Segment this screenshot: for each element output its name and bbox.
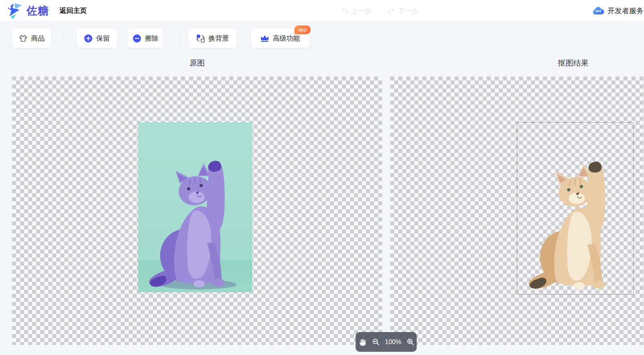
toolbar-divider (64, 31, 64, 45)
crown-icon (260, 35, 269, 42)
original-image[interactable] (138, 122, 252, 292)
developer-services-link[interactable]: API 开发者服务 (592, 0, 644, 22)
original-panel-label: 原图 (12, 58, 382, 68)
zoom-toolbar: 100% (356, 332, 417, 352)
result-cat-image (517, 123, 633, 294)
hand-pan-icon (358, 338, 367, 347)
tshirt-icon (19, 35, 27, 42)
minus-circle-icon (133, 34, 141, 43)
zoom-in-button[interactable] (407, 338, 414, 346)
app-header: 佐糖 返回主页 上一步 下一步 API 开发者服务 (0, 0, 644, 22)
app-badge: app (294, 25, 311, 34)
zoom-out-icon (372, 338, 380, 346)
change-background-label: 换背景 (208, 34, 229, 43)
erase-brush-label: 擦除 (145, 34, 158, 43)
api-badge-text: API (595, 9, 601, 13)
cutout-result-image (517, 122, 634, 295)
original-cat-image-masked (138, 122, 252, 292)
keep-brush-label: 保留 (96, 34, 110, 43)
api-cloud-icon: API (592, 6, 605, 15)
change-background-button[interactable]: 换背景 (188, 29, 237, 48)
pan-tool-button[interactable] (358, 338, 367, 347)
keep-brush-button[interactable]: 保留 (76, 29, 117, 48)
plus-circle-icon (84, 34, 93, 43)
advanced-features-button[interactable]: 高级功能 app (251, 29, 309, 48)
redo-button[interactable]: 下一步 (388, 6, 418, 16)
erase-brush-button[interactable]: 擦除 (128, 29, 163, 48)
original-canvas-panel[interactable] (12, 76, 382, 345)
history-controls: 上一步 下一步 (341, 0, 418, 22)
advanced-features-label: 高级功能 (273, 34, 300, 43)
result-panel-label: 抠图结果 (390, 58, 644, 68)
product-mode-label: 商品 (31, 34, 45, 43)
logo-mark-icon (6, 2, 23, 19)
toolbar-divider (179, 31, 180, 45)
undo-arrow-icon (341, 7, 348, 14)
zoom-out-button[interactable] (372, 338, 380, 346)
zoom-level-value: 100% (385, 338, 401, 346)
undo-button[interactable]: 上一步 (341, 6, 371, 16)
zoom-in-icon (407, 338, 414, 346)
product-mode-button[interactable]: 商品 (12, 29, 51, 48)
developer-services-label: 开发者服务 (607, 6, 644, 16)
logo-text: 佐糖 (27, 4, 49, 18)
redo-arrow-icon (388, 7, 395, 14)
editor-toolbar: 商品 保留 擦除 换背景 高级功能 ap (0, 29, 644, 48)
result-canvas-panel[interactable] (390, 76, 644, 345)
undo-label: 上一步 (351, 6, 371, 16)
back-home-link[interactable]: 返回主页 (60, 6, 87, 15)
swap-background-icon (196, 34, 205, 43)
app-logo[interactable]: 佐糖 (6, 2, 49, 19)
redo-label: 下一步 (398, 6, 418, 16)
